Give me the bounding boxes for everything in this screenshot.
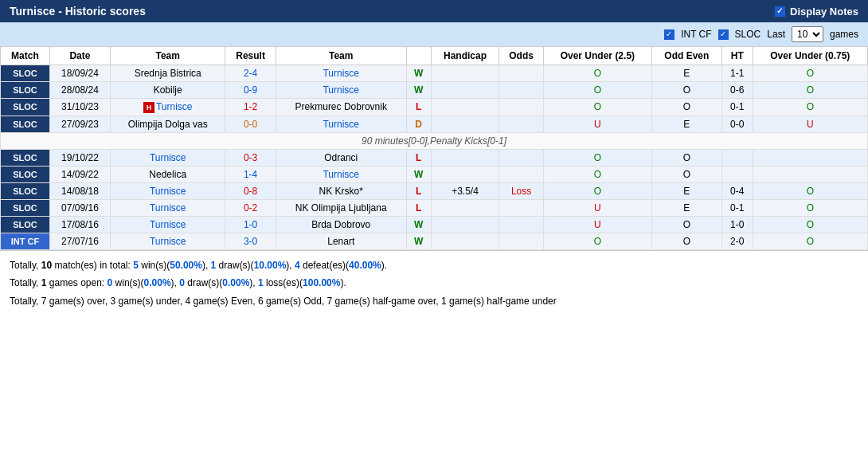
table-row: SLOC07/09/16Turnisce0-2NK Olimpija Ljubl…: [1, 199, 868, 216]
sloc-checkbox[interactable]: [718, 29, 729, 40]
over-under-075: U: [753, 116, 867, 132]
odds-value: [499, 233, 544, 249]
over-under-075: O: [753, 182, 867, 199]
odd-even: O: [651, 233, 721, 249]
match-result: 2-4: [225, 65, 276, 82]
match-result: 0-8: [225, 182, 276, 199]
table-row: SLOC18/09/24Srednja Bistrica2-4TurnisceW…: [1, 65, 868, 82]
col-outcome: [406, 47, 431, 65]
half-time-score: 1-1: [721, 65, 753, 82]
match-outcome: W: [406, 233, 431, 249]
col-date: Date: [49, 47, 110, 65]
col-result: Result: [225, 47, 276, 65]
match-result: 1-2: [225, 99, 276, 116]
handicap-value: [431, 216, 499, 233]
over-under-075: O: [753, 99, 867, 116]
table-row: INT CF27/07/16Turnisce3-0LenartWOO2-0O: [1, 233, 868, 249]
match-date: 07/09/16: [49, 199, 110, 216]
team2-name: Turnisce: [276, 116, 406, 132]
display-notes-checkbox[interactable]: [775, 6, 785, 17]
odd-even: O: [651, 216, 721, 233]
table-row: SLOC19/10/22Turnisce0-3OdranciLOO: [1, 149, 868, 166]
col-ou075: Over Under (0.75): [753, 47, 867, 65]
summary-line1: Totally, 10 match(es) in total: 5 win(s)…: [10, 257, 858, 273]
match-type-badge: SLOC: [1, 82, 50, 99]
table-row: SLOC14/09/22Nedelica1-4TurnisceWOO: [1, 166, 868, 182]
half-time-score: 0-0: [721, 116, 753, 132]
display-notes-area: Display Notes: [775, 6, 858, 18]
odd-even: O: [651, 166, 721, 182]
half-time-score: 0-6: [721, 82, 753, 99]
home-icon: H: [143, 102, 154, 113]
odds-value: [499, 166, 544, 182]
match-type-badge: SLOC: [1, 116, 50, 132]
match-date: 19/10/22: [49, 149, 110, 166]
over-under-25: O: [543, 65, 651, 82]
handicap-value: [431, 199, 499, 216]
handicap-value: [431, 166, 499, 182]
handicap-value: +3.5/4: [431, 182, 499, 199]
over-under-25: O: [543, 182, 651, 199]
match-type-badge: SLOC: [1, 166, 50, 182]
header: Turnisce - Historic scores Display Notes…: [0, 0, 868, 46]
half-time-score: 1-0: [721, 216, 753, 233]
table-row: SLOC27/09/23Olimpija Dolga vas0-0Turnisc…: [1, 116, 868, 132]
col-match: Match: [1, 47, 50, 65]
display-notes-label: Display Notes: [790, 6, 858, 18]
handicap-value: [431, 116, 499, 132]
over-under-25: U: [543, 116, 651, 132]
match-outcome: L: [406, 149, 431, 166]
odd-even: E: [651, 199, 721, 216]
over-under-075: [753, 166, 867, 182]
match-outcome: W: [406, 82, 431, 99]
col-odds: Odds: [499, 47, 544, 65]
team1-name: Turnisce: [111, 233, 225, 249]
over-under-25: O: [543, 149, 651, 166]
match-result: 0-3: [225, 149, 276, 166]
match-outcome: W: [406, 65, 431, 82]
table-row: SLOC31/10/23HTurnisce1-2Prekmurec Dobrov…: [1, 99, 868, 116]
table-row: SLOC14/08/18Turnisce0-8NK Krsko*L+3.5/4L…: [1, 182, 868, 199]
match-result: 1-0: [225, 216, 276, 233]
penalty-row: 90 minutes[0-0],Penalty Kicks[0-1]: [1, 132, 868, 149]
filters-bar: INT CF SLOC Last 10 5 15 20 30 games: [0, 22, 868, 46]
over-under-25: U: [543, 216, 651, 233]
match-date: 31/10/23: [49, 99, 110, 116]
handicap-value: [431, 82, 499, 99]
team2-name: NK Krsko*: [276, 182, 406, 199]
last-select[interactable]: 10 5 15 20 30: [792, 26, 823, 42]
handicap-value: [431, 99, 499, 116]
team1-name: Turnisce: [111, 199, 225, 216]
summary-line2: Totally, 1 games open: 0 win(s)(0.00%), …: [10, 275, 858, 291]
match-type-badge: SLOC: [1, 199, 50, 216]
odd-even: O: [651, 149, 721, 166]
scores-table: Match Date Team Result Team Handicap Odd…: [0, 46, 868, 250]
team2-name: Lenart: [276, 233, 406, 249]
match-result: 3-0: [225, 233, 276, 249]
handicap-value: [431, 149, 499, 166]
half-time-score: 0-1: [721, 199, 753, 216]
match-result: 0-2: [225, 199, 276, 216]
odds-value: [499, 199, 544, 216]
intcf-checkbox[interactable]: [664, 29, 674, 40]
match-date: 14/08/18: [49, 182, 110, 199]
intcf-label: INT CF: [681, 29, 711, 40]
team1-name: Turnisce: [111, 216, 225, 233]
match-type-badge: SLOC: [1, 99, 50, 116]
col-handicap: Handicap: [431, 47, 499, 65]
team2-name: NK Olimpija Ljubljana: [276, 199, 406, 216]
match-outcome: D: [406, 116, 431, 132]
team1-name: Olimpija Dolga vas: [111, 116, 225, 132]
col-team1: Team: [111, 47, 225, 65]
odd-even: E: [651, 182, 721, 199]
half-time-score: 0-1: [721, 99, 753, 116]
odd-even: O: [651, 82, 721, 99]
games-label: games: [830, 29, 858, 40]
match-type-badge: SLOC: [1, 149, 50, 166]
odds-value: [499, 149, 544, 166]
half-time-score: [721, 166, 753, 182]
match-date: 14/09/22: [49, 166, 110, 182]
match-type-badge: SLOC: [1, 216, 50, 233]
half-time-score: [721, 149, 753, 166]
summary-line3: Totally, 7 game(s) over, 3 game(s) under…: [10, 293, 858, 309]
